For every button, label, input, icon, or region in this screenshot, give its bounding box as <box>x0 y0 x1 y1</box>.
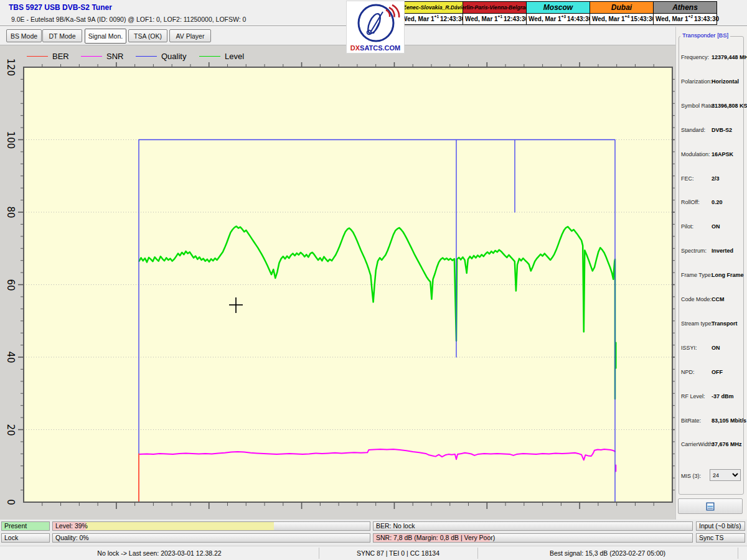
transponder-value: 16APSK <box>712 151 733 157</box>
clock-city-label: Athens <box>654 2 716 14</box>
y-axis-label-60: 60 <box>5 279 16 291</box>
transponder-label: NPD: <box>681 369 695 375</box>
y-axis-label-80: 80 <box>5 206 16 218</box>
transponder-panel: Transponder [BS] Frequency:12379,448 MHz… <box>675 27 747 520</box>
indicator-label: SNR: 7,8 dB (Margin: 0,8 dB | Very Poor) <box>376 534 495 542</box>
clock-hms: 14:43:30 <box>567 16 592 22</box>
clock-berlin-paris-vienna-belgrade: Berlin-Paris-Vienna-BelgradeWed, Mar 1+1… <box>463 1 527 25</box>
transponder-row-symbol-rate-: Symbol Rate:31396,808 KS/s <box>676 103 747 110</box>
mis-label: MIS (3): <box>681 473 701 479</box>
indicator-input-0-bit-s-: Input (~0 bit/s) <box>696 521 745 531</box>
ts-log-icon <box>706 502 715 511</box>
transponder-label: Polarization: <box>681 78 712 85</box>
transponder-row-polarization-: Polarization:Horizontal <box>676 78 747 86</box>
logo-text-dx: DX <box>350 44 360 52</box>
transponder-label: Code Mode: <box>681 296 712 302</box>
clock-utc-offset: +3 <box>561 14 566 19</box>
y-axis-label-20: 20 <box>5 424 16 436</box>
logo-text-satcs: SATCS.COM <box>360 44 400 52</box>
status-lock-info: No lock -> Last seen: 2023-03-01 12.38.2… <box>0 546 319 560</box>
clock-hms: 13:43:30 <box>694 16 719 22</box>
transponder-row-frequency-: Frequency:12379,448 MHz <box>676 54 747 62</box>
transponder-row-rf-level-: RF Level:-37 dBm <box>676 393 747 401</box>
transponder-value: 12379,448 MHz <box>712 54 747 60</box>
transponder-label: Stream type: <box>681 320 713 327</box>
legend-label: Level <box>225 52 244 61</box>
clock-utc-offset: +2 <box>688 14 693 19</box>
transponder-row-stream-type-: Stream type:Transport <box>676 320 747 328</box>
transponder-row-pilot-: Pilot:ON <box>676 223 747 231</box>
transponder-row-fec-: FEC:2/3 <box>676 175 747 183</box>
clock-moscow: MoscowWed, Mar 1+314:43:30 <box>526 1 590 25</box>
legend-label: BER <box>52 52 69 61</box>
status-separator <box>477 548 478 559</box>
transponder-label: RollOff: <box>681 199 700 205</box>
clock-time: Wed, Mar 1+314:43:30 <box>527 14 590 24</box>
transponder-value: 83,105 Mbit/s <box>712 418 746 424</box>
status-separator <box>738 548 738 559</box>
clock-utc-offset: +1 <box>435 14 439 19</box>
tab-signal-mon-[interactable]: Signal Mon. <box>85 29 126 44</box>
status-separator <box>319 548 319 559</box>
transponder-value: DVB-S2 <box>712 127 732 133</box>
clock-city-label: Dubai <box>590 2 653 14</box>
transponder-row-spectrum-: Spectrum:Inverted <box>676 248 747 255</box>
world-clocks: Lučenec-Slovakia_R.DávidWed, Mar 1+112:4… <box>400 1 717 25</box>
transponder-value: -37 dBm <box>712 393 734 399</box>
transponder-value: ON <box>712 345 720 351</box>
indicator-label: BER: No lock <box>376 522 415 530</box>
clock-lu-enec-slovakia-r-d-vid: Lučenec-Slovakia_R.DávidWed, Mar 1+112:4… <box>399 1 463 25</box>
transponder-label: ISSYI: <box>681 345 697 351</box>
logo-text: DXSATCS.COM <box>347 44 404 52</box>
indicator-sync-ts: Sync TS <box>696 533 745 543</box>
satellite-dish-icon <box>347 1 405 42</box>
transponder-row-npd-: NPD:OFF <box>676 369 747 376</box>
legend-line-quality <box>136 56 157 57</box>
transponder-value: OFF <box>712 369 723 375</box>
transponder-row-code-mode-: Code Mode:CCM <box>676 296 747 304</box>
tab-bs-mode[interactable]: BS Mode <box>6 29 42 42</box>
ts-log-button[interactable] <box>678 498 743 514</box>
transponder-label: BitRate: <box>681 418 701 424</box>
transponder-row-modulation-: Modulation:16APSK <box>676 151 747 159</box>
legend-item-level: Level <box>199 50 244 62</box>
transponder-row-standard-: Standard:DVB-S2 <box>676 127 747 134</box>
clock-hms: 15:43:30 <box>631 16 655 22</box>
clock-date: Wed, Mar 1 <box>465 16 498 22</box>
clock-time: Wed, Mar 1+213:43:30 <box>654 14 716 24</box>
mis-select[interactable]: 24 <box>710 469 741 481</box>
app-title: TBS 5927 USB DVB-S2 Tuner <box>9 3 112 12</box>
indicator-fill <box>86 522 274 530</box>
indicator-label: Quality: 0% <box>55 534 89 542</box>
transponder-label: Pilot: <box>681 223 693 230</box>
transponder-row-frame-type-: Frame Type:Long Frame <box>676 272 747 279</box>
app-window: TBS 5927 USB DVB-S2 Tuner 9.0E - Eutelsa… <box>0 0 747 560</box>
indicator-level: Level: 39% <box>52 521 370 531</box>
legend-label: Quality <box>161 52 186 61</box>
indicator-present: Present <box>1 521 50 531</box>
y-axis-label-120: 120 <box>5 58 16 77</box>
transponder-row-carrierwidth-: CarrierWidth:37,676 MHz <box>676 441 747 449</box>
transponder-group-title: Transponder [BS] <box>680 32 730 39</box>
indicator-label: Sync TS <box>699 534 724 542</box>
clock-time: Wed, Mar 1+112:43:30 <box>463 14 526 24</box>
transponder-value: 0.20 <box>712 199 723 205</box>
clock-time: Wed, Mar 1+415:43:30 <box>590 14 653 24</box>
transponder-value: ON <box>712 223 720 230</box>
transponder-label: RF Level: <box>681 393 705 399</box>
transponder-value: Long Frame <box>712 272 744 278</box>
y-axis-label-100: 100 <box>5 131 16 149</box>
legend-line-level <box>199 56 220 57</box>
clock-utc-offset: +1 <box>498 14 502 19</box>
tab-dt-mode[interactable]: DT Mode <box>42 29 82 42</box>
transponder-label: Modulation: <box>681 151 710 157</box>
clock-athens: AthensWed, Mar 1+213:43:30 <box>653 1 717 25</box>
tab-av-player[interactable]: AV Player <box>169 29 211 42</box>
indicator-snr: SNR: 7,8 dB (Margin: 0,8 dB | Very Poor) <box>373 533 693 543</box>
legend-item-ber: BER <box>27 50 69 62</box>
transponder-value: 31396,808 KS/s <box>712 103 747 109</box>
indicator-label: Present <box>4 522 27 530</box>
clock-time: Wed, Mar 1+112:43:30 <box>400 14 463 24</box>
transponder-row-rolloff-: RollOff:0.20 <box>676 199 747 207</box>
tab-tsa-ok-[interactable]: TSA (OK) <box>128 29 167 42</box>
